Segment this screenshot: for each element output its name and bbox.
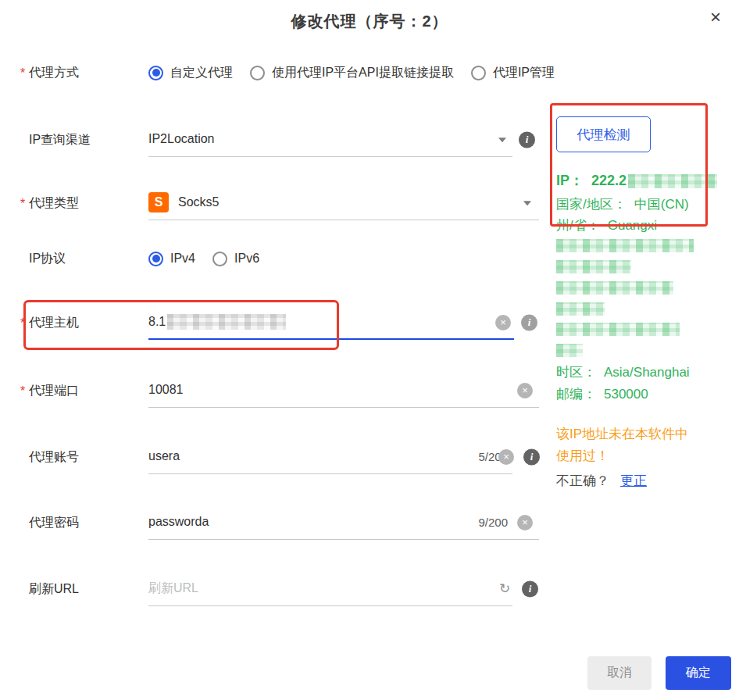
chevron-down-icon[interactable] xyxy=(523,201,531,205)
radio-custom-proxy[interactable]: 自定义代理 xyxy=(148,65,233,81)
zipcode-value: 530000 xyxy=(604,387,648,402)
warning-line1: 该IP地址未在本软件中 xyxy=(556,427,688,441)
row-refresh-url: 刷新URL 刷新URL ↻ i xyxy=(0,571,739,606)
refresh-url-input[interactable]: 刷新URL xyxy=(148,571,512,606)
country-value: 中国(CN) xyxy=(634,197,689,212)
row-proxy-method: * 代理方式 自定义代理 使用代理IP平台API提取链接提取 代理IP管理 xyxy=(0,61,739,84)
country-label: 国家/地区： xyxy=(556,197,627,212)
proxy-user-input[interactable]: usera 5/200 xyxy=(148,439,512,474)
proxy-type-select[interactable]: S Socks5 xyxy=(148,185,539,220)
radio-proxy-ip-manage-label: 代理IP管理 xyxy=(493,65,555,81)
proxy-pass-input[interactable]: passworda 9/200 xyxy=(148,505,539,540)
required-asterisk: * xyxy=(20,384,25,398)
radio-selected-icon xyxy=(148,252,163,266)
ip-protocol-radio-group: IPv4 IPv6 xyxy=(148,247,259,270)
radio-proxy-ip-manage[interactable]: 代理IP管理 xyxy=(471,65,555,81)
char-counter: 9/200 xyxy=(478,516,508,529)
correct-link[interactable]: 更正 xyxy=(620,473,647,488)
radio-ipv4-label: IPv4 xyxy=(170,252,195,266)
proxy-type-value: Socks5 xyxy=(178,195,219,209)
ip-channel-value: IP2Location xyxy=(148,132,215,146)
radio-ipv6-label: IPv6 xyxy=(234,252,259,266)
row-proxy-pass: 代理密码 passworda 9/200 × xyxy=(0,505,739,540)
redacted-line xyxy=(556,302,605,316)
ip-unused-warning: 该IP地址未在本软件中 使用过！ xyxy=(556,423,716,467)
clear-icon[interactable]: × xyxy=(517,515,533,530)
province-value: Guangxi xyxy=(608,218,657,233)
proxy-port-label: 代理端口 xyxy=(29,382,79,398)
ip-result-value: 222.2 xyxy=(591,173,627,188)
info-icon[interactable]: i xyxy=(521,314,537,330)
proxy-check-button[interactable]: 代理检测 xyxy=(556,116,651,152)
info-icon[interactable]: i xyxy=(519,131,535,148)
ip-channel-select[interactable]: IP2Location xyxy=(148,122,512,157)
redacted-line xyxy=(556,239,694,252)
radio-ipv4[interactable]: IPv4 xyxy=(148,252,195,266)
proxy-type-label: 代理类型 xyxy=(29,195,79,211)
radio-platform-api-label: 使用代理IP平台API提取链接提取 xyxy=(272,65,454,81)
timezone-label: 时区： xyxy=(556,365,596,380)
redacted-line xyxy=(556,260,631,273)
radio-unselected-icon xyxy=(250,66,265,80)
zipcode-line: 邮编：530000 xyxy=(556,384,648,405)
country-line: 国家/地区：中国(CN) xyxy=(556,195,689,215)
radio-platform-api[interactable]: 使用代理IP平台API提取链接提取 xyxy=(250,65,454,81)
radio-unselected-icon xyxy=(471,66,486,80)
proxy-pass-label: 代理密码 xyxy=(29,514,79,530)
proxy-port-value: 10081 xyxy=(148,383,184,397)
incorrect-line: 不正确？更正 xyxy=(556,472,647,490)
redacted-line xyxy=(556,323,680,336)
confirm-button[interactable]: 确定 xyxy=(666,656,731,690)
clear-icon[interactable]: × xyxy=(498,449,514,465)
dialog-title: 修改代理（序号：2） xyxy=(0,11,739,32)
radio-selected-icon xyxy=(148,66,163,80)
proxy-pass-value: passworda xyxy=(148,515,209,529)
refresh-url-placeholder: 刷新URL xyxy=(148,580,198,597)
cancel-button[interactable]: 取消 xyxy=(587,656,652,690)
zipcode-label: 邮编： xyxy=(556,387,596,402)
radio-custom-proxy-label: 自定义代理 xyxy=(170,65,233,81)
proxy-host-input[interactable]: 8.1 xyxy=(148,305,514,340)
chevron-down-icon[interactable] xyxy=(498,138,506,142)
ip-result-line: IP：222.2 xyxy=(556,170,717,191)
info-icon[interactable]: i xyxy=(523,448,540,465)
redacted-line xyxy=(556,281,673,295)
province-label: 州/省： xyxy=(556,218,600,233)
warning-line2: 使用过！ xyxy=(556,448,609,463)
timezone-line: 时区：Asia/Shanghai xyxy=(556,362,690,383)
clear-icon[interactable]: × xyxy=(495,315,511,330)
proxy-host-value: 8.1 xyxy=(148,315,166,329)
proxy-method-label: 代理方式 xyxy=(29,65,79,81)
ip-channel-label: IP查询渠道 xyxy=(29,131,91,148)
required-asterisk: * xyxy=(20,197,25,211)
clear-icon[interactable]: × xyxy=(517,383,533,398)
required-asterisk: * xyxy=(20,66,25,80)
proxy-port-input[interactable]: 10081 xyxy=(148,373,539,408)
required-asterisk: * xyxy=(20,316,25,330)
refresh-url-label: 刷新URL xyxy=(29,580,79,597)
redacted-line xyxy=(556,344,583,357)
socks-badge-icon: S xyxy=(148,192,169,212)
proxy-user-value: usera xyxy=(148,449,180,463)
refresh-icon[interactable]: ↻ xyxy=(497,581,512,597)
info-icon[interactable]: i xyxy=(522,580,538,597)
redacted-ip xyxy=(628,174,717,188)
timezone-value: Asia/Shanghai xyxy=(604,365,690,380)
proxy-host-label: 代理主机 xyxy=(29,314,79,330)
radio-unselected-icon xyxy=(212,252,227,266)
proxy-method-radio-group: 自定义代理 使用代理IP平台API提取链接提取 代理IP管理 xyxy=(148,61,555,84)
ip-protocol-label: IP协议 xyxy=(29,251,66,267)
ip-result-label: IP： xyxy=(556,173,584,188)
radio-ipv6[interactable]: IPv6 xyxy=(212,252,259,266)
incorrect-label: 不正确？ xyxy=(556,473,609,488)
province-line: 州/省：Guangxi xyxy=(556,216,657,236)
proxy-user-label: 代理账号 xyxy=(29,448,79,465)
close-icon[interactable]: × xyxy=(705,6,727,28)
redacted-host xyxy=(167,314,286,330)
